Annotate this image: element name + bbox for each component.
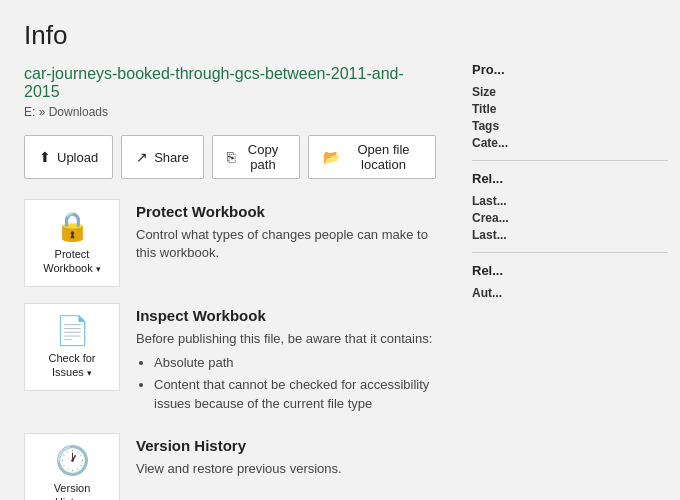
list-item: Content that cannot be checked for acces… <box>154 376 436 412</box>
version-history-card: 🕐 VersionHistory Version History View an… <box>24 433 436 500</box>
title-label: Title <box>472 102 532 116</box>
copy-icon: ⎘ <box>227 149 235 165</box>
protect-icon-box[interactable]: 🔒 ProtectWorkbook ▾ <box>24 199 120 287</box>
related-title: Rel... <box>472 171 668 186</box>
protect-dropdown-arrow: ▾ <box>96 264 101 274</box>
upload-icon: ⬆ <box>39 149 51 165</box>
version-card-content: Version History View and restore previou… <box>136 433 436 478</box>
protect-title: Protect Workbook <box>136 203 436 220</box>
version-card-label: VersionHistory <box>54 481 91 500</box>
inspect-card-label: Check forIssues ▾ <box>48 351 95 380</box>
share-icon: ↗ <box>136 149 148 165</box>
tags-row: Tags <box>472 119 668 133</box>
protect-description: Control what types of changes people can… <box>136 226 436 262</box>
inspect-description: Before publishing this file, be aware th… <box>136 330 436 348</box>
tags-label: Tags <box>472 119 532 133</box>
created-label: Crea... <box>472 211 532 225</box>
open-file-location-button[interactable]: 📂 Open file location <box>308 135 436 179</box>
categories-label: Cate... <box>472 136 532 150</box>
list-item: Absolute path <box>154 354 436 372</box>
protect-card-content: Protect Workbook Control what types of c… <box>136 199 436 262</box>
created-row: Crea... <box>472 211 668 225</box>
open-file-location-label: Open file location <box>346 142 421 172</box>
clock-icon: 🕐 <box>55 444 90 477</box>
page-title: Info <box>24 20 436 51</box>
upload-label: Upload <box>57 150 98 165</box>
last-modified2-label: Last... <box>472 228 532 242</box>
folder-icon: 📂 <box>323 149 340 165</box>
upload-button[interactable]: ⬆ Upload <box>24 135 113 179</box>
breadcrumb: E: » Downloads <box>24 105 436 119</box>
main-content: Info car-journeys-booked-through-gcs-bet… <box>0 0 460 500</box>
lock-icon: 🔒 <box>55 210 90 243</box>
inspect-list: Absolute path Content that cannot be che… <box>154 354 436 413</box>
protect-card-label: ProtectWorkbook ▾ <box>43 247 100 276</box>
author-label: Aut... <box>472 286 532 300</box>
inspect-icon-box[interactable]: 📄 Check forIssues ▾ <box>24 303 120 391</box>
share-button[interactable]: ↗ Share <box>121 135 204 179</box>
version-description: View and restore previous versions. <box>136 460 436 478</box>
title-row: Title <box>472 102 668 116</box>
document-icon: 📄 <box>55 314 90 347</box>
copy-path-label: Copy path <box>241 142 285 172</box>
inspect-card-content: Inspect Workbook Before publishing this … <box>136 303 436 417</box>
size-row: Size <box>472 85 668 99</box>
protect-workbook-card: 🔒 ProtectWorkbook ▾ Protect Workbook Con… <box>24 199 436 287</box>
last-modified2-row: Last... <box>472 228 668 242</box>
author-row: Aut... <box>472 286 668 300</box>
version-title: Version History <box>136 437 436 454</box>
related2-title: Rel... <box>472 263 668 278</box>
version-icon-box[interactable]: 🕐 VersionHistory <box>24 433 120 500</box>
divider-1 <box>472 160 668 161</box>
inspect-workbook-card: 📄 Check forIssues ▾ Inspect Workbook Bef… <box>24 303 436 417</box>
inspect-title: Inspect Workbook <box>136 307 436 324</box>
right-panel: Pro... Size Title Tags Cate... Rel... La… <box>460 0 680 500</box>
properties-title: Pro... <box>472 62 668 77</box>
share-label: Share <box>154 150 189 165</box>
last-modified-label: Last... <box>472 194 532 208</box>
inspect-dropdown-arrow: ▾ <box>87 368 92 378</box>
size-label: Size <box>472 85 532 99</box>
last-modified-row: Last... <box>472 194 668 208</box>
toolbar: ⬆ Upload ↗ Share ⎘ Copy path 📂 Open file… <box>24 135 436 179</box>
categories-row: Cate... <box>472 136 668 150</box>
divider-2 <box>472 252 668 253</box>
file-name: car-journeys-booked-through-gcs-between-… <box>24 65 436 101</box>
sections-wrapper: 🔒 ProtectWorkbook ▾ Protect Workbook Con… <box>24 199 436 500</box>
copy-path-button[interactable]: ⎘ Copy path <box>212 135 300 179</box>
